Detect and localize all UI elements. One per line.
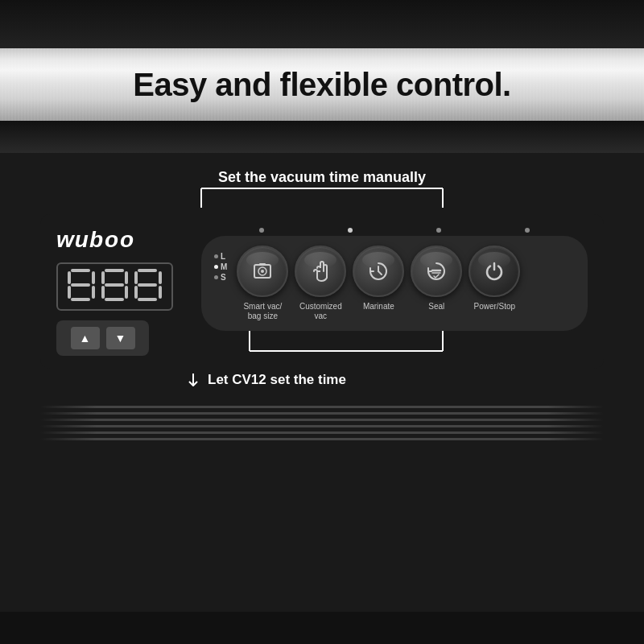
lms-m[interactable]: M — [214, 262, 227, 271]
power-stop-label: Power/Stop — [473, 302, 515, 312]
top-band — [0, 0, 644, 48]
power-stop-button[interactable]: Power/Stop — [469, 246, 520, 312]
customized-vac-button[interactable]: Customizedvac — [295, 246, 346, 321]
marinate-icon-circle — [353, 246, 404, 297]
bottom-annotation-row: Let CV12 set the time — [24, 369, 620, 393]
marinate-icon — [367, 260, 390, 283]
top-annotation-text: Set the vacuum time manually — [218, 169, 426, 185]
lms-selector: L M S — [214, 252, 227, 282]
smart-vac-label: Smart vac/bag size — [243, 302, 282, 321]
smart-vac-icon-circle — [237, 246, 288, 297]
power-icon-circle — [469, 246, 520, 297]
svg-line-8 — [378, 271, 382, 275]
vent-line-6 — [40, 438, 604, 440]
up-down-panel: ▲ ▼ — [56, 320, 149, 356]
seal-icon — [425, 260, 448, 283]
digit-display — [56, 262, 173, 311]
silver-bar: Easy and flexible control. — [0, 48, 644, 121]
digit-3 — [134, 269, 162, 304]
digit-1 — [68, 269, 95, 304]
bottom-annotation-text: Let CV12 set the time — [208, 372, 346, 388]
dark-separator — [0, 121, 644, 153]
up-button[interactable]: ▲ — [71, 327, 100, 349]
right-panel: L M S — [201, 228, 588, 355]
svg-rect-6 — [259, 263, 266, 266]
vent-line-3 — [40, 419, 604, 421]
dot-3 — [436, 228, 441, 233]
vent-line-2 — [40, 412, 604, 415]
left-panel: wuboo — [56, 227, 185, 356]
dot-2 — [348, 228, 353, 233]
dot-1 — [259, 228, 264, 233]
seal-button[interactable]: Seal — [411, 246, 462, 312]
top-annotation-label: Set the vacuum time manually — [0, 169, 644, 186]
smart-vac-icon — [251, 260, 274, 283]
device-logo: wuboo — [56, 227, 185, 253]
device-panel: wuboo — [40, 214, 604, 369]
headline: Easy and flexible control. — [133, 67, 510, 103]
vent-line-5 — [40, 431, 604, 434]
bottom-annotation-container — [201, 331, 588, 355]
vent-line-4 — [40, 425, 604, 427]
vent-section: Let CV12 set the time — [24, 369, 620, 447]
svg-point-5 — [261, 270, 264, 273]
digit-2 — [101, 269, 129, 304]
lms-l[interactable]: L — [214, 252, 227, 261]
lms-dot-l — [214, 254, 218, 258]
bottom-band — [0, 612, 644, 644]
marinate-label: Marinate — [363, 302, 394, 312]
down-button[interactable]: ▼ — [106, 327, 135, 349]
bottom-annotation-svg — [201, 331, 588, 363]
dot-4 — [525, 228, 530, 233]
lms-dot-s — [214, 275, 218, 279]
hand-icon — [310, 260, 331, 283]
lms-s[interactable]: S — [214, 273, 227, 282]
seal-icon-circle — [411, 246, 462, 297]
lms-dot-m — [214, 265, 218, 269]
customized-vac-icon-circle — [295, 246, 346, 297]
marinate-button[interactable]: Marinate — [353, 246, 404, 312]
vent-lines — [40, 399, 604, 447]
power-icon — [484, 261, 505, 282]
page-wrapper: Easy and flexible control. — [0, 0, 644, 644]
vent-line-1 — [40, 406, 604, 408]
smart-vac-button[interactable]: Smart vac/bag size — [237, 246, 288, 321]
seal-label: Seal — [428, 302, 444, 312]
indicator-dots — [201, 228, 588, 236]
customized-vac-label: Customizedvac — [299, 302, 342, 321]
buttons-row: L M S — [201, 236, 588, 331]
bottom-arrow-icon — [185, 374, 201, 386]
